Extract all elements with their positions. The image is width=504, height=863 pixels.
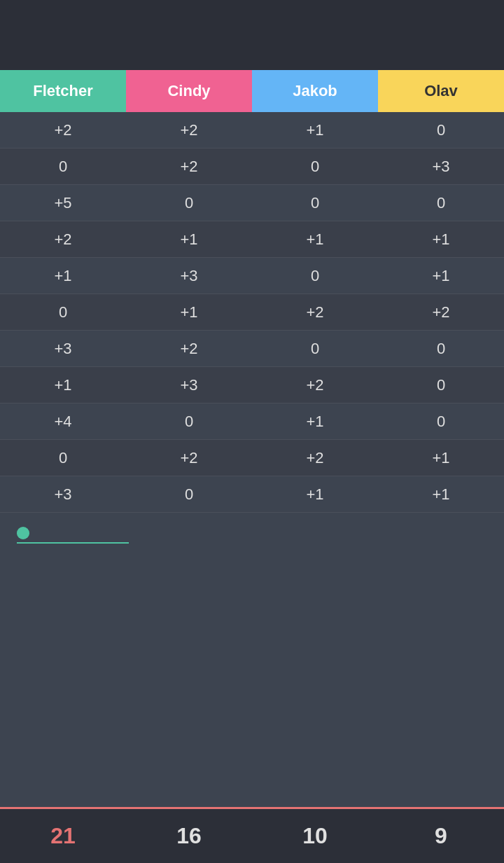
- score-cell: +4: [0, 403, 126, 439]
- col-header-cindy: Cindy: [126, 70, 252, 112]
- score-cell: +2: [0, 112, 126, 148]
- header: [0, 0, 504, 70]
- score-cell: +2: [378, 294, 504, 330]
- score-input[interactable]: [35, 524, 119, 542]
- score-cell: 0: [0, 440, 126, 476]
- score-cell: 0: [378, 331, 504, 366]
- score-cell: 0: [0, 149, 126, 184]
- col-header-fletcher: Fletcher: [0, 70, 126, 112]
- score-cell: +2: [126, 149, 252, 184]
- table-row: +1+3+20: [0, 367, 504, 403]
- total-score-cindy: 16: [126, 809, 252, 863]
- score-cell: +1: [252, 112, 378, 148]
- table-row: 0+20+3: [0, 149, 504, 185]
- input-row: [0, 513, 504, 555]
- score-cell: +3: [126, 367, 252, 403]
- score-cell: +3: [0, 331, 126, 366]
- table-row: +40+10: [0, 403, 504, 440]
- score-cell: +2: [252, 440, 378, 476]
- score-cell: 0: [126, 476, 252, 512]
- table-row: +2+1+1+1: [0, 221, 504, 258]
- table-row: 0+1+2+2: [0, 294, 504, 331]
- score-cell: +5: [0, 185, 126, 221]
- total-score-fletcher: 21: [0, 809, 126, 863]
- input-indicator: [17, 527, 29, 539]
- table-row: +3+200: [0, 331, 504, 367]
- score-cell: +1: [252, 403, 378, 439]
- bottom-scores: 2116109: [0, 807, 504, 863]
- score-cell: 0: [252, 149, 378, 184]
- score-cell: +3: [378, 149, 504, 184]
- score-cell: +1: [0, 367, 126, 403]
- column-headers: FletcherCindyJakobOlav: [0, 70, 504, 112]
- score-cell: 0: [252, 258, 378, 294]
- score-cell: 0: [378, 112, 504, 148]
- col-header-olav: Olav: [378, 70, 504, 112]
- score-cell: +1: [378, 476, 504, 512]
- score-input-wrapper[interactable]: [17, 524, 129, 544]
- score-cell: 0: [126, 185, 252, 221]
- score-cell: 0: [252, 185, 378, 221]
- table-row: +1+30+1: [0, 258, 504, 294]
- score-table: +2+2+100+20+3+5000+2+1+1+1+1+30+10+1+2+2…: [0, 112, 504, 513]
- score-cell: +1: [378, 221, 504, 257]
- score-cell: +2: [126, 440, 252, 476]
- total-score-jakob: 10: [252, 809, 378, 863]
- score-cell: +2: [0, 221, 126, 257]
- score-cell: +3: [0, 476, 126, 512]
- score-cell: +2: [252, 294, 378, 330]
- score-cell: +1: [252, 476, 378, 512]
- table-row: 0+2+2+1: [0, 440, 504, 476]
- score-cell: +2: [252, 367, 378, 403]
- score-cell: +1: [126, 294, 252, 330]
- table-row: +2+2+10: [0, 112, 504, 149]
- score-cell: 0: [126, 403, 252, 439]
- score-cell: +2: [126, 331, 252, 366]
- total-score-olav: 9: [378, 809, 504, 863]
- score-cell: 0: [0, 294, 126, 330]
- score-cell: 0: [378, 185, 504, 221]
- score-cell: +1: [126, 221, 252, 257]
- col-header-jakob: Jakob: [252, 70, 378, 112]
- score-cell: +2: [126, 112, 252, 148]
- score-cell: +3: [126, 258, 252, 294]
- score-cell: 0: [252, 331, 378, 366]
- score-cell: +1: [252, 221, 378, 257]
- score-cell: +1: [378, 258, 504, 294]
- table-row: +30+1+1: [0, 476, 504, 513]
- score-cell: +1: [378, 440, 504, 476]
- table-row: +5000: [0, 185, 504, 221]
- score-cell: 0: [378, 403, 504, 439]
- score-cell: 0: [378, 367, 504, 403]
- score-cell: +1: [0, 258, 126, 294]
